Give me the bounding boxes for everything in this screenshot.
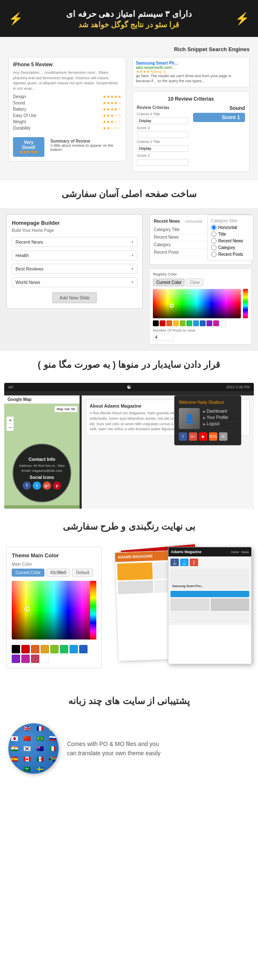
colors-container: Theme Main Color Main Color Current Colo…: [6, 547, 252, 681]
flag-9: 🇮🇳: [8, 744, 21, 754]
grid-card2: [211, 598, 250, 611]
builder-title: Homepage Builder: [12, 220, 137, 226]
criteria2-input[interactable]: [137, 145, 189, 152]
rich-snippet-title: Rich Snippet Search Engines: [174, 46, 250, 52]
select-recent-news[interactable]: Recent News: [12, 237, 137, 247]
sb-youtube-icon[interactable]: ▶: [199, 432, 207, 441]
sb-google-icon[interactable]: G+: [189, 432, 197, 441]
select-wrapper-4: World News: [12, 277, 137, 287]
swatch-4[interactable]: [50, 645, 59, 653]
samsung-rating: ★★★★ Rating: 4...: [136, 70, 246, 74]
score2-input[interactable]: [137, 159, 189, 166]
swatch-lime[interactable]: [180, 320, 186, 326]
swatch-white[interactable]: [220, 320, 226, 326]
score1-input[interactable]: [137, 131, 189, 138]
ter-btn[interactable]: Ter: [71, 407, 75, 411]
skin-label-recent: Recent News: [218, 239, 243, 243]
magazine-collage: MAGAZINE: [108, 547, 252, 681]
pinterest-icon[interactable]: p: [53, 481, 61, 490]
select-wrapper-3: Best Reviews: [12, 264, 137, 274]
sat-btn[interactable]: Sat: [64, 407, 70, 411]
swatch-purple[interactable]: [206, 320, 212, 326]
number-posts-input[interactable]: [153, 334, 174, 341]
sb-email-icon[interactable]: ✉: [219, 432, 227, 441]
current-color-btn[interactable]: Current Color: [12, 569, 44, 577]
hash-color-btn[interactable]: #2c98e0: [46, 569, 70, 577]
swatch-green[interactable]: [186, 320, 192, 326]
swatch-10[interactable]: [31, 655, 39, 663]
main-color-btns: Current Color #2c98e0 Default: [12, 569, 96, 577]
rich-snippet-section: Rich Snippet Search Engines iPhone 5 Rev…: [0, 37, 258, 180]
criteria-left-col: Review Criterias Criteria 4 Title Score …: [137, 105, 189, 167]
swatch-magenta[interactable]: [213, 320, 219, 326]
swatch-black[interactable]: [153, 320, 159, 326]
color-wheel[interactable]: [153, 289, 241, 318]
swatch-11[interactable]: [41, 655, 49, 663]
swatch-0[interactable]: [12, 645, 20, 653]
very-good-button: Very Good! ★★★★★: [13, 137, 44, 157]
skin-radio-recent[interactable]: [211, 238, 217, 244]
swatch-7[interactable]: [79, 645, 88, 653]
hue-slider[interactable]: [243, 289, 248, 318]
mag-card7: [118, 580, 153, 594]
samsung-snippet: Samsung Smart Ph... tabs.serpentsoft.com…: [132, 57, 250, 87]
swatch-5[interactable]: [60, 645, 68, 653]
select-best-reviews[interactable]: Best Reviews: [12, 264, 137, 274]
big-color-picker[interactable]: [12, 581, 96, 639]
skin-radio-posts[interactable]: [211, 252, 217, 257]
map-btn[interactable]: Map: [57, 407, 63, 411]
add-new-slide-button[interactable]: Add New Slide: [52, 292, 97, 303]
swatch-red[interactable]: [160, 320, 165, 326]
review-row-design: Design ★★★★★: [13, 94, 121, 99]
header-title-line2: قرا سئو در نتایج گوگل خواهد شد: [8, 20, 250, 29]
swatch-9[interactable]: [21, 655, 30, 663]
menu-logout[interactable]: Logout: [203, 421, 228, 427]
sb-rss-icon[interactable]: RSS: [209, 432, 217, 441]
criteria1-input[interactable]: [137, 117, 189, 124]
swatch-2[interactable]: [31, 645, 39, 653]
swatch-blue[interactable]: [193, 320, 199, 326]
swatch-8[interactable]: [12, 655, 20, 663]
zoom-in[interactable]: +: [7, 417, 13, 424]
section3-title: قرار دادن سایدبار در منوها ( به صورت مگا…: [0, 351, 258, 379]
menu-dashboard[interactable]: Dashboard: [203, 408, 228, 414]
clear-color-button[interactable]: Clear: [186, 278, 203, 286]
menu-profile[interactable]: Your Profile: [203, 414, 228, 421]
flag-19: 🇸🇪: [34, 764, 46, 774]
sound-label: Sound: [13, 101, 25, 105]
topbar-text: ain: [8, 385, 13, 389]
skin-radio-horizontal[interactable]: [211, 225, 217, 230]
section4-title: بی نهایت رنگبندی و طرح سفارشی: [0, 513, 258, 541]
skin-radio-category[interactable]: [211, 245, 217, 250]
facebook-icon[interactable]: f: [23, 481, 31, 490]
skin-radio-title[interactable]: [211, 231, 217, 237]
swatch-1[interactable]: [21, 645, 30, 653]
current-color-button[interactable]: Current Color: [153, 278, 185, 286]
flag-14: 🇨🇦: [21, 754, 33, 764]
summary-text: A little about reviews to appear on the …: [50, 143, 121, 152]
design-label: Design: [13, 94, 26, 99]
swatch-orange[interactable]: [166, 320, 172, 326]
lightning-left-icon: ⚡: [8, 12, 23, 26]
contact-email: Email: magazine@site.com: [21, 469, 62, 473]
mag-nav-items: Home · News: [231, 551, 249, 554]
select-health[interactable]: Health: [12, 250, 137, 260]
default-color-btn[interactable]: Default: [72, 569, 93, 577]
sb-facebook-icon[interactable]: f: [179, 432, 187, 441]
twitter-icon[interactable]: t: [33, 481, 41, 490]
flag-11: 🇦🇺: [34, 744, 46, 754]
lang-container: 🇺🇸 🇬🇧 🇫🇷 🇩🇪 🇯🇵 🇨🇳 🇧🇷 🇷🇺 🇮🇳 🇰🇷 🇦🇺 🇮🇹 🇪🇸 🇨…: [8, 723, 250, 774]
googleplus-icon[interactable]: g+: [43, 481, 51, 490]
colors-left: Theme Main Color Main Color Current Colo…: [6, 547, 102, 668]
hue-slider-vertical[interactable]: [90, 581, 96, 639]
zoom-out[interactable]: −: [7, 424, 13, 431]
swatch-yellow[interactable]: [173, 320, 179, 326]
flag-20: 🇳🇴: [46, 764, 59, 774]
summary-label: Summary of Review: [50, 139, 121, 143]
swatch-3[interactable]: [41, 645, 49, 653]
select-wrapper-2: Health: [12, 250, 137, 260]
swatch-darkblue[interactable]: [200, 320, 206, 326]
select-world-news[interactable]: World News: [12, 277, 137, 287]
swatch-6[interactable]: [70, 645, 78, 653]
summary-box: Summary of Review A little about reviews…: [50, 139, 121, 152]
